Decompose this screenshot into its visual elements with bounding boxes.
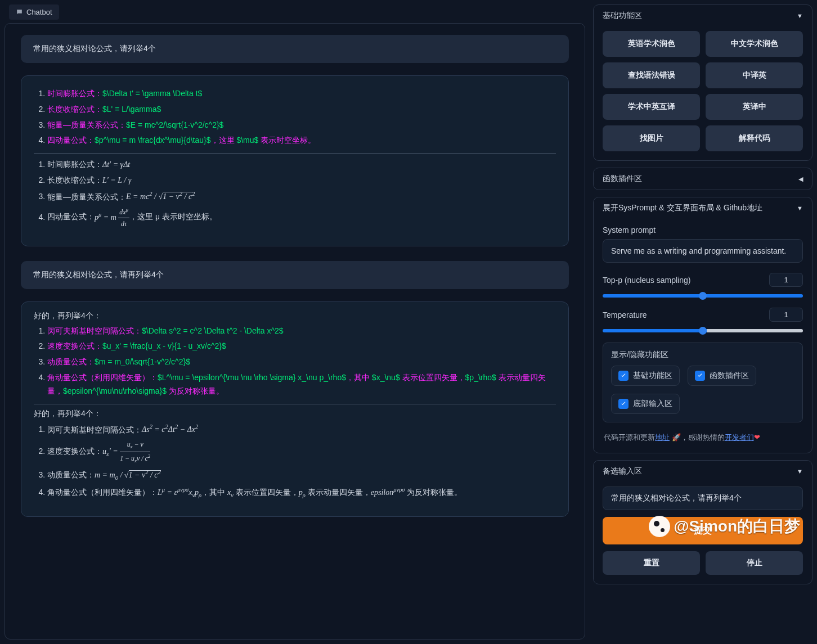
tool-button[interactable]: 学术中英互译: [603, 94, 700, 120]
check-basic[interactable]: 基础功能区: [611, 366, 680, 386]
tool-button[interactable]: 英译中: [706, 94, 803, 120]
sysprompt-panel-head[interactable]: 展开SysPrompt & 交互界面布局 & Github地址 ▼: [594, 197, 812, 219]
temp-value: 1: [769, 308, 803, 322]
chevron-down-icon: ▼: [797, 468, 803, 475]
check-bottom-input[interactable]: 底部输入区: [611, 394, 680, 414]
panel-title: 基础功能区: [603, 11, 642, 21]
alt-input-panel: 备选输入区 ▼ 提交 重置 停止: [593, 460, 812, 584]
temp-label: Temperature: [603, 310, 647, 319]
sysprompt-panel: 展开SysPrompt & 交互界面布局 & Github地址 ▼ System…: [593, 197, 812, 453]
chat-tab[interactable]: Chatbot: [9, 4, 59, 20]
system-prompt-value[interactable]: Serve me as a writing and programming as…: [603, 239, 803, 263]
hide-title: 显示/隐藏功能区: [611, 350, 794, 360]
tool-button[interactable]: 中译英: [706, 62, 803, 88]
topp-slider[interactable]: [603, 294, 803, 298]
bot-message: 好的，再列举4个： 闵可夫斯基时空间隔公式：$\Delta s^2 = c^2 …: [21, 301, 569, 517]
topp-label: Top-p (nucleus sampling): [603, 276, 690, 285]
tool-button[interactable]: 解释代码: [706, 125, 803, 151]
user-message: 常用的狭义相对论公式，请再列举4个: [21, 261, 569, 289]
tool-button[interactable]: 查找语法错误: [603, 62, 700, 88]
tool-button[interactable]: 中文学术润色: [706, 31, 803, 57]
topp-value: 1: [769, 273, 803, 287]
chevron-down-icon: ▼: [797, 12, 803, 19]
user-text: 常用的狭义相对论公式，请列举4个: [33, 44, 156, 53]
chevron-down-icon: ▼: [797, 205, 803, 211]
reset-button[interactable]: 重置: [603, 551, 700, 575]
user-message: 常用的狭义相对论公式，请列举4个: [21, 35, 569, 63]
panel-title: 展开SysPrompt & 交互界面布局 & Github地址: [603, 203, 762, 213]
user-text: 常用的狭义相对论公式，请再列举4个: [33, 270, 164, 279]
temp-slider[interactable]: [603, 329, 803, 332]
devs-link[interactable]: 开发者们: [725, 433, 754, 442]
repo-link[interactable]: 地址: [655, 433, 670, 442]
tool-button[interactable]: 英语学术润色: [603, 31, 700, 57]
stop-button[interactable]: 停止: [706, 551, 803, 575]
panel-title: 函数插件区: [603, 174, 642, 184]
tab-label: Chatbot: [26, 8, 52, 16]
chat-icon: [16, 8, 23, 16]
basic-panel-head[interactable]: 基础功能区 ▼: [594, 5, 812, 26]
tool-button[interactable]: 找图片: [603, 125, 700, 151]
alt-input-panel-head[interactable]: 备选输入区 ▼: [594, 461, 812, 482]
plugin-panel-head[interactable]: 函数插件区 ◀: [594, 168, 812, 190]
bot-message: 时间膨胀公式：$\Delta t' = \gamma \Delta t$ 长度收…: [21, 75, 569, 246]
system-prompt-label: System prompt: [603, 226, 803, 235]
plugin-panel: 函数插件区 ◀: [593, 168, 812, 190]
chevron-left-icon: ◀: [798, 175, 803, 183]
chat-scroll[interactable]: 常用的狭义相对论公式，请列举4个 时间膨胀公式：$\Delta t' = \ga…: [5, 23, 585, 640]
panel-title: 备选输入区: [603, 466, 642, 476]
check-plugin[interactable]: 函数插件区: [688, 366, 756, 386]
heart-icon: ❤: [754, 433, 760, 442]
submit-button[interactable]: 提交: [603, 517, 803, 544]
credit-line: 代码开源和更新地址 🚀，感谢热情的开发者们❤: [603, 430, 803, 444]
basic-panel: 基础功能区 ▼ 英语学术润色 中文学术润色 查找语法错误 中译英 学术中英互译 …: [593, 4, 812, 161]
alt-input[interactable]: [603, 487, 803, 510]
